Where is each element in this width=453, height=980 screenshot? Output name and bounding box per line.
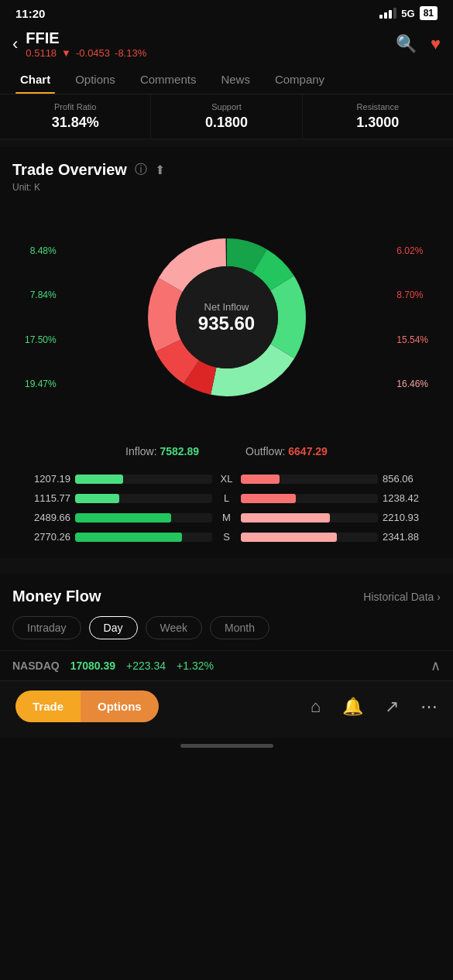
stat-label-profit: Profit Ratio — [6, 102, 144, 111]
signal-bar-1 — [379, 15, 383, 19]
tab-comments[interactable]: Comments — [128, 65, 209, 94]
flow-summary: Inflow: 7582.89 Outflow: 6647.29 — [12, 445, 441, 457]
battery-indicator: 81 — [420, 6, 438, 20]
nasdaq-price: 17080.39 — [70, 660, 115, 672]
unit-label: Unit: K — [12, 182, 441, 193]
back-button[interactable]: ‹ — [12, 34, 18, 54]
l-outflow-bar — [241, 494, 378, 503]
price-down-icon: ▼ — [61, 47, 71, 59]
more-nav-icon[interactable]: ⋯ — [420, 697, 438, 717]
nav-tabs: Chart Options Comments News Company — [0, 65, 453, 94]
stats-row: Profit Ratio 31.84% Support 0.1800 Resis… — [0, 94, 453, 139]
network-type: 5G — [401, 8, 414, 19]
share-nav-icon[interactable]: ↗ — [385, 697, 399, 717]
ticker-symbol: FFIE — [26, 29, 388, 47]
xl-outflow-bar — [241, 475, 378, 484]
xl-category: XL — [217, 473, 236, 485]
label-19-47: 19.47% — [25, 379, 57, 389]
period-tab-day[interactable]: Day — [89, 616, 138, 639]
tab-news[interactable]: News — [208, 65, 263, 94]
outflow-value: 6647.29 — [288, 445, 328, 457]
collapse-button[interactable]: ∧ — [431, 657, 441, 674]
ticker-info: FFIE 0.5118 ▼ -0.0453 -8.13% — [26, 29, 388, 59]
historical-data-label: Historical Data — [363, 591, 434, 603]
trade-button[interactable]: Trade — [15, 690, 81, 722]
historical-data-link[interactable]: Historical Data › — [363, 591, 441, 603]
l-inflow-bar — [75, 494, 212, 503]
tab-chart[interactable]: Chart — [8, 65, 63, 94]
period-tab-intraday[interactable]: Intraday — [12, 616, 81, 639]
bottom-nav: Trade Options ⌂ 🔔 ↗ ⋯ — [0, 680, 453, 738]
bottom-ticker: NASDAQ 17080.39 +223.34 +1.32% ∧ — [0, 650, 453, 680]
s-outflow-fill — [241, 533, 337, 542]
signal-bars — [379, 8, 396, 19]
favorite-icon[interactable]: ♥ — [431, 34, 441, 54]
label-16-46: 16.46% — [396, 379, 428, 389]
share-icon[interactable]: ⬆ — [155, 163, 165, 177]
trade-options-button: Trade Options — [15, 690, 159, 722]
signal-bar-2 — [384, 12, 387, 19]
stat-value-resistance: 1.3000 — [309, 115, 447, 131]
period-tab-month[interactable]: Month — [210, 616, 269, 639]
m-inflow-fill — [75, 513, 171, 523]
label-6-02: 6.02% — [396, 245, 428, 256]
label-17-50: 17.50% — [25, 334, 57, 345]
info-icon[interactable]: ⓘ — [135, 162, 147, 178]
m-inflow-amount: 2489.66 — [20, 512, 70, 523]
m-category: M — [217, 512, 236, 523]
stat-profit-ratio: Profit Ratio 31.84% — [0, 94, 151, 139]
stat-value-profit: 31.84% — [6, 115, 144, 131]
home-nav-icon[interactable]: ⌂ — [311, 697, 321, 717]
period-tabs: Intraday Day Week Month — [12, 616, 441, 639]
flow-row-l: 1115.77 L 1238.42 — [20, 492, 433, 504]
label-15-54: 15.54% — [396, 334, 428, 345]
tab-company[interactable]: Company — [263, 65, 337, 94]
stat-support: Support 0.1800 — [151, 94, 302, 139]
period-tab-week[interactable]: Week — [146, 616, 203, 639]
m-outflow-amount: 2210.93 — [383, 512, 433, 523]
trade-overview-header: Trade Overview ⓘ ⬆ — [12, 161, 441, 179]
inflow-label: Inflow: — [125, 445, 160, 457]
time-display: 11:20 — [15, 7, 45, 20]
xl-outflow-fill — [241, 475, 280, 484]
flow-row-xl: 1207.19 XL 856.06 — [20, 473, 433, 485]
price-change: -0.0453 — [76, 47, 110, 59]
search-icon[interactable]: 🔍 — [396, 34, 417, 54]
outflow-label: Outflow: — [245, 445, 288, 457]
status-bar: 11:20 5G 81 — [0, 0, 453, 23]
status-right: 5G 81 — [379, 6, 438, 20]
trade-overview-title: Trade Overview — [12, 161, 127, 179]
money-flow-header: Money Flow Historical Data › — [12, 588, 441, 605]
s-inflow-bar — [75, 533, 212, 542]
s-category: S — [217, 531, 236, 543]
s-outflow-amount: 2341.88 — [383, 531, 433, 543]
xl-outflow-amount: 856.06 — [383, 473, 433, 485]
options-button[interactable]: Options — [81, 690, 159, 722]
l-inflow-fill — [75, 494, 119, 503]
tab-options[interactable]: Options — [63, 65, 128, 94]
s-outflow-bar — [241, 533, 378, 542]
stat-label-support: Support — [157, 102, 295, 111]
flow-row-m: 2489.66 M 2210.93 — [20, 512, 433, 523]
price-change-pct: -8.13% — [115, 47, 146, 59]
l-inflow-amount: 1115.77 — [20, 492, 70, 504]
nasdaq-pct: +1.32% — [177, 660, 214, 672]
stock-header: ‹ FFIE 0.5118 ▼ -0.0453 -8.13% 🔍 ♥ — [0, 23, 453, 65]
l-outflow-amount: 1238.42 — [383, 492, 433, 504]
net-inflow-label: Net Inflow — [198, 301, 255, 313]
flow-row-s: 2770.26 S 2341.88 — [20, 531, 433, 543]
ticker-price: 0.5118 — [26, 47, 57, 59]
xl-inflow-fill — [75, 475, 123, 484]
header-actions: 🔍 ♥ — [396, 34, 441, 54]
l-category: L — [217, 492, 236, 504]
stat-resistance: Resistance 1.3000 — [303, 94, 453, 139]
notification-nav-icon[interactable]: 🔔 — [342, 697, 363, 717]
section-divider-1 — [0, 139, 453, 147]
m-inflow-bar — [75, 513, 212, 523]
nav-icons: ⌂ 🔔 ↗ ⋯ — [311, 697, 438, 717]
m-outflow-fill — [241, 513, 330, 523]
stat-label-resistance: Resistance — [309, 102, 447, 111]
flow-bars: 1207.19 XL 856.06 1115.77 L 1238.42 2489… — [12, 473, 441, 543]
money-flow-section: Money Flow Historical Data › Intraday Da… — [0, 574, 453, 650]
s-inflow-amount: 2770.26 — [20, 531, 70, 543]
